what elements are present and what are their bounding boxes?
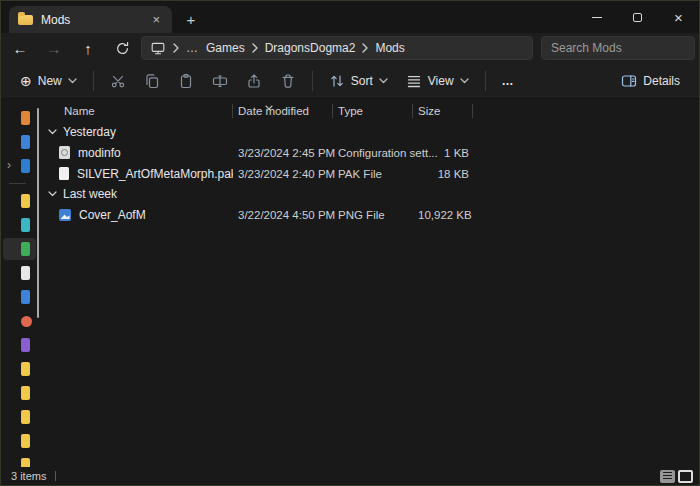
sidebar-item-7-icon [21,266,30,280]
file-type: PNG File [333,209,413,221]
share-button[interactable] [239,68,269,94]
sort-descending-icon [265,100,273,112]
sidebar-item-9[interactable] [1,309,41,333]
breadcrumb-mods[interactable]: Mods [375,41,404,55]
search-box[interactable] [541,36,695,60]
file-date: 3/22/2024 4:50 PM [233,209,333,221]
tab-mods[interactable]: Mods × [9,6,172,33]
new-button-label: New [38,74,62,88]
new-button[interactable]: ⊕ New [11,69,86,93]
column-header-date[interactable]: Date modified [233,100,333,122]
sidebar-item-15[interactable] [1,453,41,467]
file-row-silver-pak[interactable]: SILVER_ArtOfMetaMorph.pak 3/23/2024 2:40… [41,163,699,184]
cut-button[interactable] [103,68,133,94]
file-type: PAK File [333,168,413,180]
sidebar-item-13-icon [21,410,30,424]
sort-button[interactable]: Sort [320,68,397,94]
tab-close-icon[interactable]: × [149,12,163,27]
group-header-yesterday[interactable]: Yesterday [41,122,699,142]
navigation-bar: ← → ↑ … Games DragonsDogma2 [1,33,699,63]
file-name: SILVER_ArtOfMetaMorph.pak [77,167,233,181]
copy-icon [144,73,160,89]
paste-icon [178,73,194,89]
new-tab-button[interactable]: + [181,9,201,29]
details-view-toggle[interactable] [660,470,675,483]
refresh-button[interactable] [107,35,137,61]
file-row-modinfo[interactable]: modinfo 3/23/2024 2:45 PM Configuration … [41,142,699,163]
file-date: 3/23/2024 2:45 PM [233,147,333,159]
column-header-size[interactable]: Size [413,100,473,122]
file-date: 3/23/2024 2:40 PM [233,168,333,180]
group-header-last-week[interactable]: Last week [41,184,699,204]
sort-button-label: Sort [351,74,373,88]
sidebar-item-3[interactable]: › [1,154,41,178]
search-input[interactable] [551,41,685,55]
column-header-date-label: Date modified [238,105,309,117]
thumbnail-view-toggle[interactable] [678,470,693,483]
group-collapse-chevron-icon[interactable] [48,129,57,135]
status-divider [55,471,56,481]
view-icon [406,73,422,89]
sidebar-item-4[interactable] [1,189,41,213]
expand-chevron-icon[interactable]: › [7,158,11,172]
sort-icon [329,73,345,89]
trash-icon [280,73,296,89]
rename-button[interactable] [205,68,235,94]
file-list: Name Date modified Type Size Yesterday [41,100,699,467]
sidebar-item-14-icon [21,434,30,448]
sidebar-item-3-icon [21,159,30,173]
chevron-down-icon [460,78,469,84]
sidebar-item-4-icon [21,194,30,208]
sidebar-item-11[interactable] [1,357,41,381]
sidebar-item-12[interactable] [1,381,41,405]
file-row-cover-aofm[interactable]: Cover_AofM 3/22/2024 4:50 PM PNG File 10… [41,204,699,225]
minimize-button[interactable] [576,1,617,33]
sidebar-item-13[interactable] [1,405,41,429]
breadcrumb-ellipsis[interactable]: … [186,41,199,55]
column-header-name[interactable]: Name [41,100,233,122]
breadcrumb-games[interactable]: Games [206,41,245,55]
more-button[interactable]: … [493,69,524,93]
sidebar-item-2[interactable] [1,130,41,154]
sidebar-scrollbar[interactable] [37,108,39,318]
forward-button[interactable]: → [39,35,69,61]
chevron-down-icon [68,78,77,84]
breadcrumb-dragonsdogma2[interactable]: DragonsDogma2 [265,41,356,55]
file-type: Configuration sett... [333,147,413,159]
sidebar-item-5[interactable] [1,213,41,237]
address-bar[interactable]: … Games DragonsDogma2 Mods [141,36,533,60]
view-button-label: View [428,74,454,88]
view-button[interactable]: View [397,68,478,94]
paste-button[interactable] [171,68,201,94]
close-button[interactable]: × [658,1,699,33]
view-toggles [660,470,693,483]
group-label: Last week [63,187,117,201]
sidebar-item-15-icon [21,458,30,467]
pak-file-icon [59,167,69,180]
toolbar-divider [93,71,94,91]
sidebar-item-8[interactable] [1,285,41,309]
new-plus-icon: ⊕ [20,74,32,88]
this-pc-icon[interactable] [150,41,166,56]
details-pane-button[interactable]: Details [612,68,689,94]
group-collapse-chevron-icon[interactable] [48,191,57,197]
sidebar-item-6[interactable] [3,238,36,260]
status-bar: 3 items [1,467,699,485]
column-header-type[interactable]: Type [333,100,413,122]
maximize-button[interactable] [617,1,658,33]
delete-button[interactable] [273,68,303,94]
sidebar-item-1[interactable] [1,106,41,130]
copy-button[interactable] [137,68,167,94]
sidebar-item-7[interactable] [1,261,41,285]
sidebar-divider [1,178,41,189]
toolbar-divider [312,71,313,91]
sidebar-item-5-icon [21,218,30,232]
sidebar-item-12-icon [21,386,30,400]
png-image-icon [59,209,71,221]
back-button[interactable]: ← [5,35,35,61]
sidebar-item-14[interactable] [1,429,41,453]
breadcrumb-chevron-icon [173,43,179,53]
up-button[interactable]: ↑ [73,35,103,61]
sidebar-item-1-icon [21,111,30,125]
sidebar-item-10[interactable] [1,333,41,357]
